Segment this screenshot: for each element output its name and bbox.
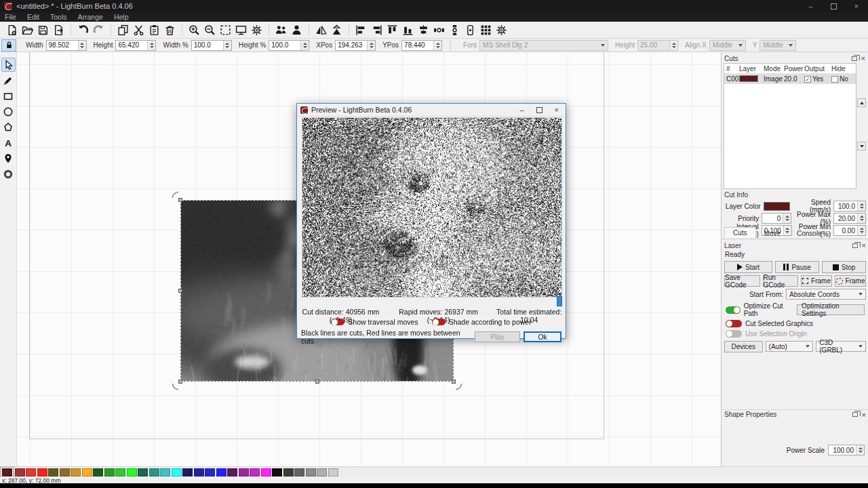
tool-text[interactable]: [1, 136, 16, 150]
palette-color-20[interactable]: [227, 468, 237, 476]
delete-icon[interactable]: [162, 23, 178, 37]
palette-color-10[interactable]: [115, 468, 125, 476]
tool-ellipse[interactable]: [1, 104, 16, 119]
devices-button[interactable]: Devices: [724, 341, 763, 352]
palette-color-2[interactable]: [26, 468, 36, 476]
palette-color-6[interactable]: [71, 468, 81, 476]
space-vertical-icon[interactable]: [462, 23, 478, 37]
palette-color-14[interactable]: [160, 468, 170, 476]
menu-arrange[interactable]: Arrange: [78, 13, 103, 21]
palette-color-12[interactable]: [138, 468, 148, 476]
cuts-float-icon[interactable]: [852, 56, 857, 61]
width-input[interactable]: 98.502: [46, 40, 87, 51]
selection-handle-s[interactable]: [315, 380, 319, 384]
screen-preview-icon[interactable]: [233, 23, 249, 37]
rotate-handle-nw[interactable]: [171, 190, 182, 201]
cut-icon[interactable]: [131, 23, 146, 37]
shade-power-toggle[interactable]: [432, 319, 446, 325]
width-pct-spinner[interactable]: [223, 41, 231, 50]
preview-slider-handle[interactable]: [557, 296, 562, 306]
align-center-icon[interactable]: [416, 23, 431, 37]
mirror-vertical-icon[interactable]: [329, 23, 344, 37]
port-select[interactable]: (Auto): [766, 341, 814, 352]
palette-color-11[interactable]: [127, 468, 137, 476]
shape-props-float-icon[interactable]: [852, 412, 858, 417]
settings-gear-icon[interactable]: [249, 23, 264, 37]
preview-dialog-titlebar[interactable]: Preview - LightBurn Beta 0.4.06 – ×: [297, 104, 566, 117]
save-gcode-button[interactable]: Save GCode: [724, 275, 760, 287]
close-button[interactable]: ×: [854, 2, 859, 10]
tool-ring[interactable]: [1, 167, 16, 181]
palette-color-21[interactable]: [239, 468, 249, 476]
distribute-vertical-icon[interactable]: [447, 23, 462, 37]
xpos-spinner[interactable]: [367, 41, 375, 50]
open-file-icon[interactable]: [20, 23, 35, 37]
palette-color-9[interactable]: [104, 468, 115, 476]
start-button[interactable]: Start: [724, 261, 772, 273]
show-traversal-toggle[interactable]: [331, 319, 344, 325]
power-scale-spinner[interactable]: [856, 445, 864, 455]
palette-color-15[interactable]: [172, 468, 182, 476]
device-select[interactable]: C3D (GRBL): [816, 341, 866, 352]
preview-minimize-button[interactable]: –: [519, 106, 524, 114]
height-pct-input[interactable]: 100.0: [269, 40, 309, 51]
palette-color-5[interactable]: [60, 468, 70, 476]
rotate-handle-sw[interactable]: [171, 380, 182, 391]
stop-button[interactable]: Stop: [822, 261, 866, 273]
font-height-spinner[interactable]: [669, 41, 677, 50]
play-button[interactable]: Play: [475, 331, 521, 342]
rotate-handle-se[interactable]: [452, 380, 463, 391]
palette-color-26[interactable]: [294, 468, 304, 476]
machine-settings-icon[interactable]: [494, 23, 509, 37]
paste-icon[interactable]: [146, 23, 162, 37]
palette-color-18[interactable]: [205, 468, 215, 476]
grid-array-icon[interactable]: [478, 23, 494, 37]
output-checkbox[interactable]: [804, 76, 811, 83]
run-gcode-button[interactable]: Run GCode: [763, 275, 799, 287]
import-file-icon[interactable]: [51, 23, 66, 37]
layer-up-button[interactable]: [857, 98, 866, 107]
cuts-close-icon[interactable]: ×: [861, 55, 865, 62]
palette-color-24[interactable]: [272, 468, 282, 476]
xpos-input[interactable]: 194.263: [335, 40, 376, 51]
optimization-settings-button[interactable]: Optimization Settings: [797, 304, 865, 315]
tool-draw-lines[interactable]: [1, 73, 16, 87]
align-bottom-icon[interactable]: [400, 23, 416, 37]
new-file-icon[interactable]: [4, 23, 20, 37]
speed-input[interactable]: 100.0: [833, 201, 866, 211]
align-left-icon[interactable]: [353, 23, 369, 37]
palette-color-0[interactable]: [2, 468, 12, 476]
laser-float-icon[interactable]: [852, 243, 858, 248]
minimize-button[interactable]: –: [808, 2, 812, 10]
distribute-horizontal-icon[interactable]: [431, 23, 447, 37]
cuts-layer-list[interactable]: # Layer Mode Power Output Hide C00 Image…: [724, 63, 856, 189]
height-input[interactable]: 65.420: [115, 40, 156, 51]
tool-position-laser[interactable]: [1, 151, 16, 165]
priority-input[interactable]: 0: [762, 213, 791, 224]
menu-help[interactable]: Help: [114, 13, 129, 21]
align-top-icon[interactable]: [384, 23, 400, 37]
palette-color-4[interactable]: [48, 468, 58, 476]
palette-color-1[interactable]: [15, 468, 25, 476]
align-y-select[interactable]: Middle: [760, 40, 796, 51]
hide-checkbox[interactable]: [831, 76, 838, 83]
palette-color-29[interactable]: [328, 468, 338, 476]
speed-spinner[interactable]: [857, 201, 865, 211]
tab-move[interactable]: Move: [756, 228, 789, 239]
copy-icon[interactable]: [115, 23, 131, 37]
cut-info-color-swatch[interactable]: [764, 202, 791, 211]
menu-tools[interactable]: Tools: [50, 13, 67, 21]
mirror-horizontal-icon[interactable]: [313, 23, 329, 37]
frame-selection-icon[interactable]: [218, 23, 233, 37]
palette-color-13[interactable]: [149, 468, 159, 476]
two-users-icon[interactable]: [273, 23, 289, 37]
start-from-select[interactable]: Absolute Coords: [786, 289, 866, 300]
tab-console[interactable]: Console: [789, 228, 830, 239]
one-user-icon[interactable]: [289, 23, 304, 37]
palette-color-27[interactable]: [306, 468, 316, 476]
ok-button[interactable]: Ok: [524, 331, 561, 342]
preview-maximize-button[interactable]: [536, 107, 542, 113]
power-max-input[interactable]: 20.00: [833, 213, 866, 224]
laser-close-icon[interactable]: ×: [862, 242, 866, 249]
power-scale-input[interactable]: 100.00: [828, 445, 865, 455]
